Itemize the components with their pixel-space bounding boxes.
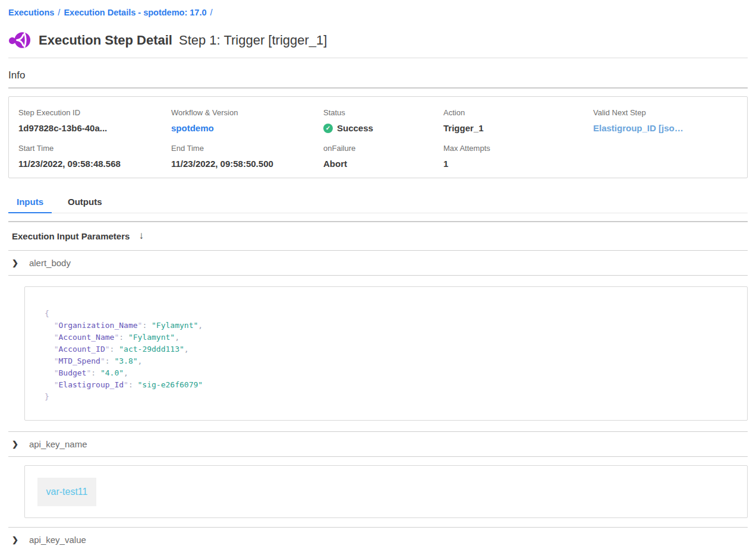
field-label: End Time [171,144,323,153]
field-workflow-version: Workflow & Version spotdemo [171,109,323,133]
field-label: Status [323,109,443,117]
arrow-down-icon[interactable]: ↓ [138,230,144,242]
chevron-right-icon: ❯ [12,258,18,267]
field-action: Action Trigger_1 [443,109,593,133]
workflow-link[interactable]: spotdemo [171,124,323,133]
breadcrumb-separator: / [58,8,60,17]
code-line: "Elastigroup_Id": "sig-e26f6079" [45,379,727,391]
execution-input-parameters-header: Execution Input Parameters ↓ [8,222,748,251]
param-row-alert-body[interactable]: ❯ alert_body [8,251,748,276]
execution-input-parameters-label: Execution Input Parameters [12,231,130,241]
breadcrumb-executions-link[interactable]: Executions [8,8,54,17]
code-line: "Account_Name": "Fylamynt", [45,332,727,343]
field-label: Max Attempts [443,144,593,153]
status-text: Success [337,124,373,133]
success-check-icon: ✓ [323,124,333,133]
fylamynt-logo-icon [8,30,31,50]
param-row-api-key-value[interactable]: ❯ api_key_value [8,527,748,546]
chevron-right-icon: ❯ [12,440,18,449]
tab-inputs[interactable]: Inputs [8,193,52,213]
page-subtitle: Step 1: Trigger [trigger_1] [179,33,327,48]
alert-body-json-card: { "Organization_Name": "Fylamynt", "Acco… [24,286,748,421]
field-valid-next-step: Valid Next Step Elastigroup_ID [jso… [593,109,738,133]
field-value: 11/23/2022, 09:58:48.568 [18,159,171,169]
breadcrumb-separator: / [210,8,213,17]
status-badge: ✓ Success [323,124,443,133]
field-end-time: End Time 11/23/2022, 09:58:50.500 [171,144,323,169]
field-value: Abort [323,159,443,169]
code-line: "Account_ID": "act-29ddd113", [45,343,727,355]
param-row-label: api_key_name [29,439,87,449]
field-step-execution-id: Step Execution ID 1d97828c-13b6-40a... [18,109,171,133]
chevron-right-icon: ❯ [12,535,18,544]
breadcrumb-execution-details-link[interactable]: Execution Details - spotdemo: 17.0 [64,8,206,17]
execution-step-detail-page: Executions/Execution Details - spotdemo:… [0,0,756,546]
field-onfailure: onFailure Abort [323,144,443,169]
field-empty [593,144,738,169]
field-label: Valid Next Step [593,109,738,117]
field-value: 11/23/2022, 09:58:50.500 [171,159,323,169]
param-row-label: api_key_value [29,535,86,545]
field-label: Workflow & Version [171,109,323,117]
info-card: Step Execution ID 1d97828c-13b6-40a... W… [8,96,748,178]
field-label: Start Time [18,144,171,153]
field-label: Action [443,109,593,117]
param-row-api-key-name[interactable]: ❯ api_key_name [8,431,748,457]
param-row-label: alert_body [29,258,71,268]
page-title: Execution Step Detail [39,33,172,48]
api-key-name-chip: var-test11 [37,478,96,506]
code-line: "Organization_Name": "Fylamynt", [45,320,727,332]
field-label: Step Execution ID [18,109,171,117]
code-line: } [45,391,727,403]
breadcrumb: Executions/Execution Details - spotdemo:… [8,0,748,17]
field-value: Trigger_1 [443,124,593,133]
code-line: "MTD_Spend": "3.8", [45,355,727,367]
api-key-name-value-card: var-test11 [24,465,748,518]
json-code: { "Organization_Name": "Fylamynt", "Acco… [45,308,727,403]
field-value: 1 [443,159,593,169]
valid-next-step-link[interactable]: Elastigroup_ID [jso… [593,124,738,133]
code-line: "Budget": "4.0", [45,367,727,379]
field-start-time: Start Time 11/23/2022, 09:58:48.568 [18,144,171,169]
page-header: Execution Step Detail Step 1: Trigger [t… [8,30,748,58]
tab-outputs[interactable]: Outputs [59,193,111,213]
code-line: { [45,308,727,320]
field-max-attempts: Max Attempts 1 [443,144,593,169]
field-status: Status ✓ Success [323,109,443,133]
field-label: onFailure [323,144,443,153]
field-value: 1d97828c-13b6-40a... [18,124,171,133]
inputs-outputs-tabs: Inputs Outputs [8,193,748,213]
info-section-heading: Info [8,70,748,89]
